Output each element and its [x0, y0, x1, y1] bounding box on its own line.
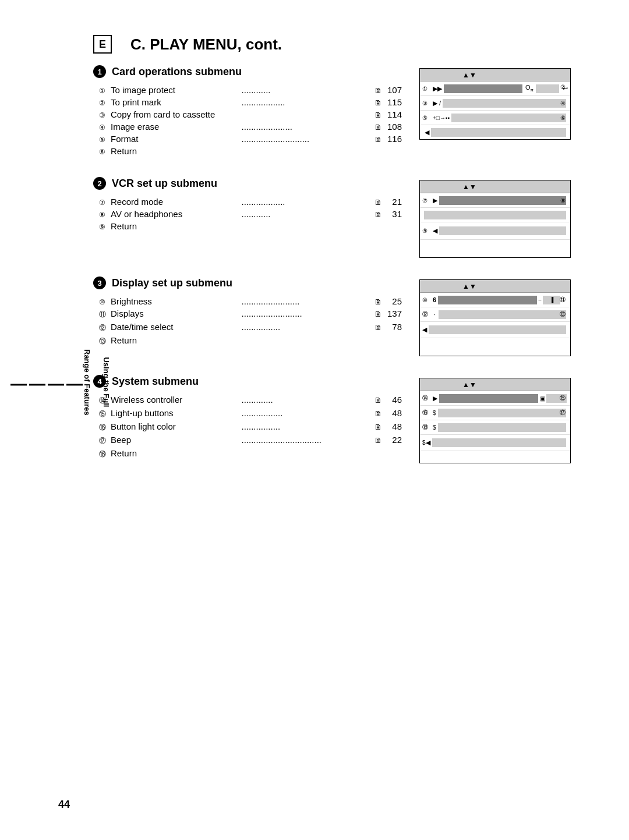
item-num-16: ⑯: [99, 423, 108, 433]
diag-ref-6: ⑥: [555, 115, 566, 121]
item-book-3: 🗎: [374, 111, 382, 119]
card-ops-header: 1 Card operations submenu: [93, 65, 402, 78]
list-item: ⑭ Wireless controller ............. 🗎 46: [99, 395, 402, 406]
display-items: ⑩ Brightness ........................ 🗎 …: [99, 296, 402, 346]
item-num-11: ⑪: [99, 310, 108, 320]
diagram-vcr: ▲▼ ⑦ ▶ ⑧: [419, 180, 571, 258]
sidebar-text-1: Range of Features: [83, 349, 91, 415]
diagram-row-7: ⑦ ▶ ⑧: [420, 193, 570, 208]
list-item: ⑱ Return: [99, 448, 402, 459]
item-page-1: 107: [384, 85, 402, 95]
list-item: ⑬ Return: [99, 335, 402, 346]
diagram-row-1: ① ▶▶ Oπ ↩ ②: [420, 81, 570, 96]
diagram-row-8: [420, 208, 570, 222]
item-label-8: AV or headphones: [111, 209, 239, 219]
diagram-row-14: ⑭ ▶ ▣ ⑮: [420, 391, 570, 406]
item-book-1: 🗎: [374, 86, 382, 95]
item-dots-8: ............: [242, 209, 370, 219]
item-page-14: 46: [384, 395, 402, 405]
diag-ref-12: ⑫: [422, 310, 433, 318]
diagram-top-bar-1: ▲▼: [420, 69, 570, 81]
item-label-3: Copy from card to cassette: [111, 109, 372, 119]
list-item: ③ Copy from card to cassette 🗎 114: [99, 109, 402, 119]
item-dots-11: .........................: [242, 309, 370, 318]
section-system-left: 4 System submenu ⑭ Wireless controller .…: [93, 375, 402, 463]
list-item: ⑰ Beep .................................…: [99, 435, 402, 446]
item-dots-1: ............: [242, 85, 370, 95]
section-card-ops: 1 Card operations submenu ① To image pro…: [93, 65, 582, 158]
item-dots-4: .....................: [242, 122, 370, 132]
item-page-7: 21: [384, 197, 402, 207]
item-page-17: 22: [384, 435, 402, 445]
section-display-diagram: ▲▼ ⑩ 6 − ▐ +: [419, 279, 582, 356]
display-title: Display set up submenu: [112, 277, 232, 289]
item-book-10: 🗎: [374, 297, 382, 306]
item-page-12: 78: [384, 322, 402, 332]
list-item: ⑥ Return: [99, 146, 402, 156]
section-card-ops-left: 1 Card operations submenu ① To image pro…: [93, 65, 402, 158]
item-label-1: To image protect: [111, 85, 239, 95]
list-item: ⑫ Date/time select ................ 🗎 78: [99, 322, 402, 333]
item-label-13: Return: [111, 335, 402, 345]
item-label-15: Light-up buttons: [111, 408, 239, 418]
item-label-4: Image erase: [111, 122, 239, 132]
system-header: 4 System submenu: [93, 375, 402, 388]
section-display-left: 3 Display set up submenu ⑩ Brightness ..…: [93, 277, 402, 356]
item-book-12: 🗎: [374, 323, 382, 332]
section-system: 4 System submenu ⑭ Wireless controller .…: [93, 375, 582, 463]
diagram-row-16: ⑱ $: [420, 420, 570, 435]
vcr-header: 2 VCR set up submenu: [93, 177, 402, 190]
list-item: ⑩ Brightness ........................ 🗎 …: [99, 296, 402, 306]
diag-ref-9: ⑨: [422, 228, 433, 234]
diagram-row-9: ⑨ ◀: [420, 222, 570, 240]
diag-ref-15: ⑮: [555, 394, 566, 402]
item-num-3: ③: [99, 111, 108, 119]
item-num-4: ④: [99, 123, 108, 132]
diagram-row-11: ⑫ · ⑬: [420, 307, 570, 322]
diagram-row-2: ③ ▶ / ④: [420, 96, 570, 111]
item-dots-15: .................: [242, 408, 370, 418]
list-item: ⑮ Light-up buttons ................. 🗎 4…: [99, 408, 402, 419]
item-label-7: Record mode: [111, 197, 239, 207]
diagram-top-bar-2: ▲▼: [420, 180, 570, 193]
item-label-17: Beep: [111, 435, 239, 445]
card-ops-items: ① To image protect ............ 🗎 107 ② …: [99, 85, 402, 156]
system-title: System submenu: [112, 375, 199, 388]
item-page-4: 108: [384, 122, 402, 132]
vcr-items: ⑦ Record mode .................. 🗎 21 ⑧ …: [99, 197, 402, 231]
sidebar-label: Range of Features Using the Full: [10, 349, 111, 415]
item-num-6: ⑥: [99, 148, 108, 156]
diag-ref-14: ⑭: [422, 394, 433, 402]
list-item: ⑤ Format ............................ 🗎 …: [99, 134, 402, 144]
item-num-18: ⑱: [99, 449, 108, 459]
item-page-3: 114: [384, 109, 402, 119]
list-item: ② To print mark .................. 🗎 115: [99, 97, 402, 107]
item-num-5: ⑤: [99, 136, 108, 144]
diagram-row-10: ⑩ 6 − ▐ + ⑪: [420, 293, 570, 307]
item-num-17: ⑰: [99, 436, 108, 446]
diag-ref-3: ③: [422, 100, 433, 107]
item-dots-16: ................: [242, 421, 370, 431]
item-label-18: Return: [111, 448, 402, 458]
sidebar-text-2: Using the Full: [102, 357, 111, 407]
item-num-10: ⑩: [99, 298, 108, 306]
section-system-diagram: ▲▼ ⑭ ▶ ▣ ⑮ ⑯: [419, 378, 582, 463]
system-items: ⑭ Wireless controller ............. 🗎 46…: [99, 395, 402, 459]
item-label-10: Brightness: [111, 296, 239, 306]
item-dots-2: ..................: [242, 97, 370, 107]
list-item: ⑨ Return: [99, 221, 402, 231]
item-page-15: 48: [384, 408, 402, 418]
item-book-4: 🗎: [374, 123, 382, 132]
diagram-row-system-return: $ ◀: [420, 435, 570, 451]
item-dots-14: .............: [242, 395, 370, 405]
item-label-2: To print mark: [111, 97, 239, 107]
item-book-11: 🗎: [374, 310, 382, 318]
e-label-box: E: [93, 35, 112, 54]
section-display-setup: 3 Display set up submenu ⑩ Brightness ..…: [93, 277, 582, 356]
diagram-row-12-return: ◀: [420, 322, 570, 338]
item-page-10: 25: [384, 296, 402, 306]
item-page-5: 116: [384, 134, 402, 144]
diag-ref-10: ⑩: [422, 297, 433, 303]
item-book-14: 🗎: [374, 396, 382, 405]
section-vcr-setup: 2 VCR set up submenu ⑦ Record mode .....…: [93, 177, 582, 258]
